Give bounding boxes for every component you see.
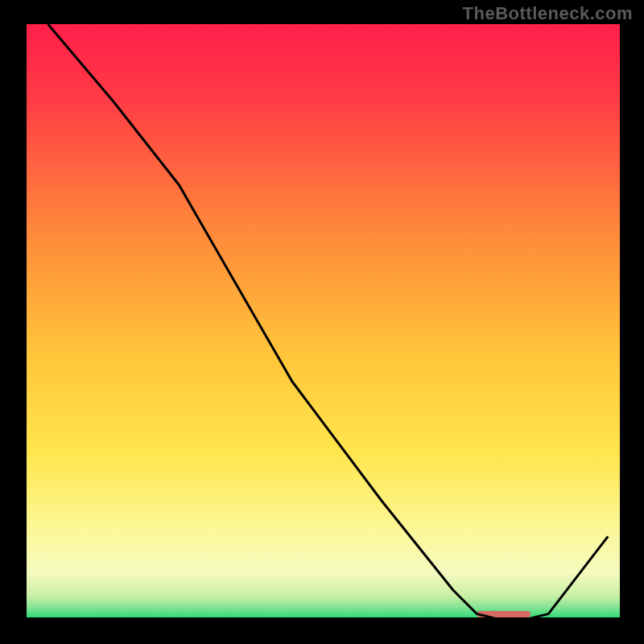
chart-svg [24, 24, 620, 620]
watermark-text: TheBottleneck.com [463, 3, 633, 24]
chart-plot-area [24, 24, 620, 620]
gradient-background [24, 24, 620, 620]
